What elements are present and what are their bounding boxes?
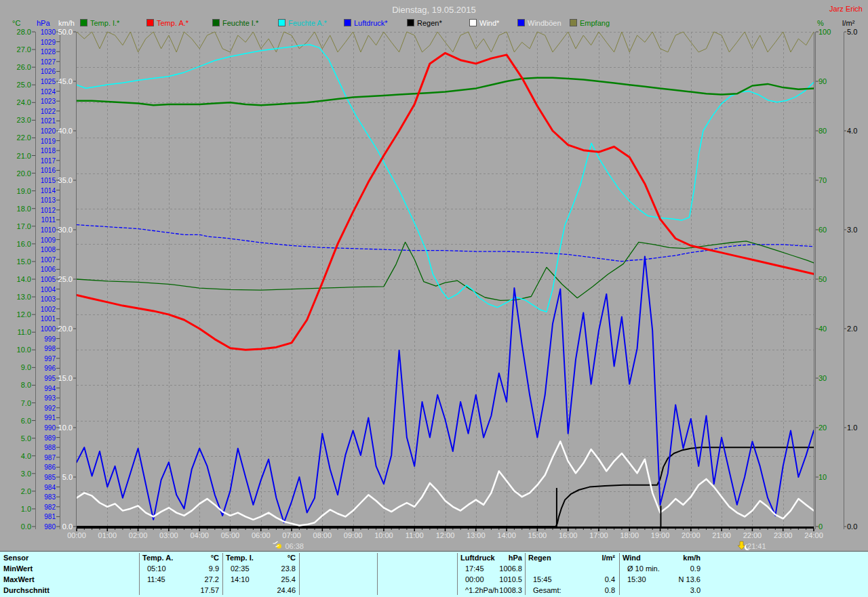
svg-text:21:41: 21:41: [747, 542, 766, 550]
tick-label: 1026: [41, 68, 56, 75]
tick-label: 60: [818, 226, 827, 234]
stat-cell: 3.0: [622, 586, 701, 594]
stat-cell: 25.4: [225, 575, 296, 583]
stat-cell: 17.57: [142, 586, 219, 594]
tick-label: 994: [44, 385, 56, 392]
x-tick-label: 19:00: [651, 531, 670, 539]
tick-label: 983: [44, 493, 56, 501]
tick-label: 990: [44, 424, 56, 432]
tick-label: 4.0: [21, 452, 31, 460]
tick-label: 1022: [41, 108, 56, 115]
tick-label: 7.0: [21, 399, 31, 407]
tick-label: 996: [44, 365, 56, 372]
axis-rain-labels: 0.01.02.03.04.05.0: [844, 28, 857, 531]
tick-label: 25.0: [17, 81, 31, 89]
axis-temp-labels: 0.01.02.03.04.05.06.07.08.09.010.011.012…: [17, 28, 35, 531]
stat-cell: N 13.6: [622, 575, 701, 583]
tick-label: 1023: [41, 98, 56, 105]
tick-label: 11.0: [17, 328, 31, 336]
tick-label: 26.0: [17, 63, 31, 71]
x-tick-label: 01:00: [98, 531, 117, 539]
tick-label: 27.0: [17, 45, 31, 54]
tick-label: 1027: [41, 58, 56, 66]
tick-label: 997: [44, 355, 56, 363]
tick-label: 20.0: [17, 169, 31, 178]
stat-cell: 0.4: [528, 575, 615, 583]
sunset-marker: 21:41: [738, 541, 766, 550]
tick-label: 5.0: [21, 434, 31, 442]
tick-label: 45.0: [58, 77, 73, 85]
tick-label: 993: [44, 394, 56, 402]
sunrise-marker: 06:38: [273, 541, 304, 550]
tick-label: 1012: [41, 207, 56, 214]
tick-label: 17.0: [17, 222, 31, 230]
tick-label: 0.0: [21, 522, 31, 531]
x-tick-label: 08:00: [313, 531, 332, 539]
tick-label: 1006: [41, 266, 56, 273]
stat-cell: MaxWert: [3, 575, 35, 583]
stat-cell: Durchschnitt: [3, 586, 50, 594]
stat-cell: °C: [142, 554, 219, 562]
x-tick-label: 06:00: [252, 531, 271, 539]
tick-label: 989: [44, 434, 56, 442]
x-tick-label: 23:00: [774, 531, 793, 539]
tick-label: 1017: [41, 157, 56, 165]
tick-label: 1015: [41, 177, 56, 184]
tick-label: 5.0: [847, 28, 857, 36]
tick-label: 14.0: [17, 275, 31, 283]
tick-label: 2.0: [21, 487, 31, 495]
tick-label: 988: [44, 444, 56, 451]
tick-label: 22.0: [17, 133, 31, 142]
x-tick-label: 17:00: [589, 531, 608, 539]
axis-hpa-labels: 9809819829839849859869879889899909919929…: [41, 28, 60, 531]
tick-label: 1008: [41, 246, 56, 253]
stat-cell: l/m²: [528, 554, 615, 562]
stat-cell: 0.9: [622, 564, 701, 573]
x-tick-label: 10:00: [374, 531, 393, 539]
tick-label: 1016: [41, 167, 56, 174]
tick-label: 35.0: [58, 176, 73, 184]
tick-label: 1021: [41, 117, 56, 125]
table-separator: [619, 553, 620, 595]
x-tick-label: 15:00: [528, 531, 547, 539]
tick-label: 100: [818, 28, 831, 36]
x-tick-label: 04:00: [190, 531, 209, 539]
tick-label: 1005: [41, 276, 56, 283]
stat-cell: 27.2: [142, 575, 219, 583]
tick-label: 3.0: [21, 470, 31, 478]
tick-label: 1030: [41, 28, 56, 36]
tick-label: 1014: [41, 187, 56, 194]
x-tick-label: 13:00: [467, 531, 486, 539]
tick-label: 6.0: [21, 417, 31, 425]
tick-label: 1.0: [847, 424, 857, 432]
tick-label: 4.0: [847, 127, 857, 135]
tick-label: 998: [44, 345, 56, 352]
tick-label: 8.0: [21, 381, 31, 389]
stat-cell: MinWert: [3, 564, 33, 573]
x-tick-label: 14:00: [497, 531, 516, 539]
tick-label: 1002: [41, 306, 56, 313]
tick-label: 23.0: [17, 116, 31, 124]
stats-table: SensorMinWertMaxWertDurchschnittTemp. A.…: [0, 551, 868, 597]
tick-label: 1019: [41, 138, 56, 145]
x-tick-label: 03:00: [159, 531, 178, 539]
tick-label: 3.0: [847, 226, 857, 234]
tick-label: 19.0: [17, 187, 31, 195]
tick-label: 20: [818, 424, 827, 432]
tick-label: 987: [44, 454, 56, 461]
stat-cell: 0.8: [528, 586, 615, 594]
tick-label: 1018: [41, 147, 56, 155]
tick-label: 1007: [41, 256, 56, 264]
x-tick-label: 07:00: [282, 531, 301, 539]
tick-label: 982: [44, 503, 56, 511]
tick-label: 24.0: [17, 98, 31, 106]
tick-label: 30: [818, 374, 827, 382]
tick-label: 1028: [41, 48, 56, 56]
x-tick-label: 11:00: [406, 531, 424, 539]
table-separator: [222, 553, 223, 595]
x-tick-label: 22:00: [743, 531, 762, 539]
tick-label: 995: [44, 375, 56, 382]
table-separator: [139, 553, 140, 595]
x-tick-label: 00:00: [67, 531, 86, 539]
tick-label: 25.0: [58, 275, 73, 283]
